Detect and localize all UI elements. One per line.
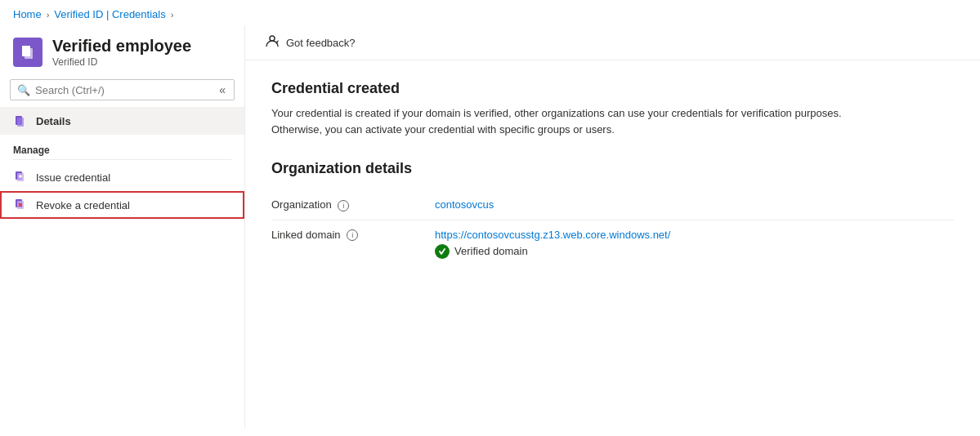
table-row: Linked domain i https://contosovcusstg.z… <box>271 220 954 267</box>
sidebar-item-revoke-label: Revoke a credential <box>36 199 130 211</box>
sidebar-item-revoke[interactable]: Revoke a credential <box>0 191 244 219</box>
org-info-icon[interactable]: i <box>338 200 349 211</box>
feedback-label[interactable]: Got feedback? <box>286 37 356 49</box>
linked-domain-value: https://contosovcusstg.z13.web.core.wind… <box>435 220 954 267</box>
breadcrumb-sep-1: › <box>47 10 50 20</box>
feedback-icon <box>265 33 280 51</box>
search-bar: 🔍 « <box>10 79 235 100</box>
sidebar-item-issue-label: Issue credential <box>36 171 110 184</box>
credential-created-desc: Your credential is created if your domai… <box>271 105 884 137</box>
sidebar-item-issue[interactable]: Issue credential <box>0 163 244 191</box>
credential-created-title: Credential created <box>271 80 954 97</box>
search-icon: 🔍 <box>17 84 30 96</box>
sidebar-header-text: Verified employee Verified ID <box>52 37 191 68</box>
manage-divider <box>13 159 231 160</box>
manage-section-label: Manage <box>0 135 244 159</box>
linked-domain-info-icon[interactable]: i <box>347 229 358 241</box>
sidebar-header: Verified employee Verified ID <box>0 25 244 76</box>
svg-point-13 <box>270 36 275 41</box>
revoke-icon <box>13 198 28 212</box>
sidebar-item-details-label: Details <box>36 115 71 127</box>
verified-badge: Verified domain <box>435 244 954 259</box>
linked-domain-label: Linked domain i <box>271 220 435 267</box>
details-icon <box>13 113 28 128</box>
breadcrumb-home[interactable]: Home <box>13 8 42 20</box>
verified-check-icon <box>435 244 450 259</box>
search-input[interactable] <box>35 84 213 96</box>
svg-rect-4 <box>17 118 24 127</box>
issue-icon <box>13 170 28 185</box>
breadcrumb-credentials[interactable]: Verified ID | Credentials <box>54 8 165 20</box>
sidebar-item-details[interactable]: Details <box>0 107 244 135</box>
app-icon <box>13 38 43 67</box>
org-details-title: Organization details <box>271 160 954 177</box>
breadcrumb-sep-2: › <box>171 10 174 20</box>
linked-domain-link[interactable]: https://contosovcusstg.z13.web.core.wind… <box>435 229 670 241</box>
feedback-bar: Got feedback? <box>245 25 980 60</box>
app-title: Verified employee <box>52 37 191 56</box>
app-subtitle: Verified ID <box>52 56 97 68</box>
org-value: contosovcus <box>435 190 954 220</box>
main-content: Got feedback? Credential created Your cr… <box>245 25 980 429</box>
org-link[interactable]: contosovcus <box>435 198 494 211</box>
breadcrumb: Home › Verified ID | Credentials › <box>0 0 980 25</box>
sidebar-nav: Details Manage Issue credential <box>0 107 244 429</box>
verified-label: Verified domain <box>454 245 528 257</box>
content-area: Credential created Your credential is cr… <box>245 60 980 287</box>
sidebar: Verified employee Verified ID 🔍 « Detail… <box>0 25 245 429</box>
table-row: Organization i contosovcus <box>271 190 954 220</box>
collapse-button[interactable]: « <box>217 83 227 96</box>
org-table: Organization i contosovcus Linked domain… <box>271 190 954 267</box>
org-label: Organization i <box>271 190 435 220</box>
svg-rect-2 <box>22 46 30 56</box>
